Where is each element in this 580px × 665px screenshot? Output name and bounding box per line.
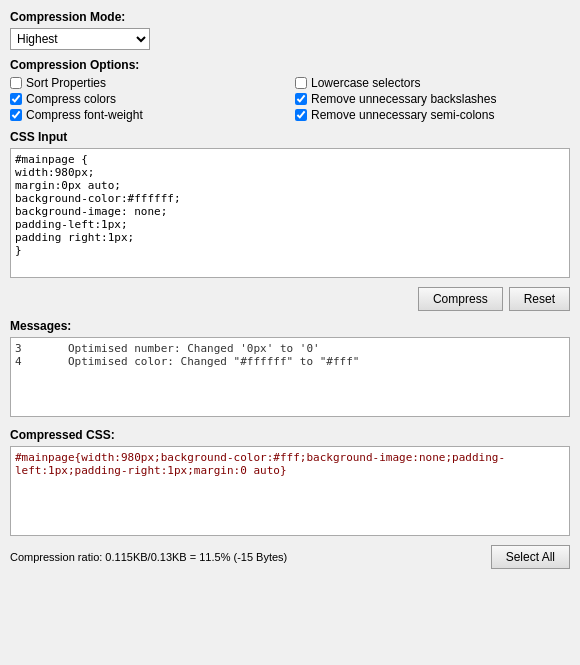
compressed-css-textarea[interactable]: #mainpage{width:980px;background-color:#… (10, 446, 570, 536)
sort-properties-item[interactable]: Sort Properties (10, 76, 285, 90)
compressed-css-label: Compressed CSS: (10, 428, 570, 442)
compression-mode-section: Compression Mode: Lowest Low Normal High… (10, 10, 570, 50)
compress-font-weight-label: Compress font-weight (26, 108, 143, 122)
select-all-button[interactable]: Select All (491, 545, 570, 569)
sort-properties-label: Sort Properties (26, 76, 106, 90)
compressed-css-section: Compressed CSS: #mainpage{width:980px;ba… (10, 428, 570, 539)
compress-font-weight-checkbox[interactable] (10, 109, 22, 121)
compression-mode-label: Compression Mode: (10, 10, 570, 24)
css-input-label: CSS Input (10, 130, 570, 144)
remove-semicolons-checkbox[interactable] (295, 109, 307, 121)
remove-backslashes-label: Remove unnecessary backslashes (311, 92, 496, 106)
remove-backslashes-item[interactable]: Remove unnecessary backslashes (295, 92, 570, 106)
remove-semicolons-item[interactable]: Remove unnecessary semi-colons (295, 108, 570, 122)
compress-colors-item[interactable]: Compress colors (10, 92, 285, 106)
footer-row: Compression ratio: 0.115KB/0.13KB = 11.5… (10, 545, 570, 569)
compress-colors-label: Compress colors (26, 92, 116, 106)
action-buttons: Compress Reset (10, 287, 570, 311)
compression-options-section: Compression Options: Sort Properties Low… (10, 58, 570, 122)
remove-semicolons-label: Remove unnecessary semi-colons (311, 108, 494, 122)
reset-button[interactable]: Reset (509, 287, 570, 311)
compression-options-label: Compression Options: (10, 58, 570, 72)
sort-properties-checkbox[interactable] (10, 77, 22, 89)
compression-ratio-text: Compression ratio: 0.115KB/0.13KB = 11.5… (10, 551, 287, 563)
css-input-textarea[interactable]: #mainpage { width:980px; margin:0px auto… (10, 148, 570, 278)
compress-font-weight-item[interactable]: Compress font-weight (10, 108, 285, 122)
compression-mode-select[interactable]: Lowest Low Normal High Highest (10, 28, 150, 50)
css-input-section: CSS Input #mainpage { width:980px; margi… (10, 130, 570, 281)
lowercase-selectors-item[interactable]: Lowercase selectors (295, 76, 570, 90)
compress-colors-checkbox[interactable] (10, 93, 22, 105)
compress-button[interactable]: Compress (418, 287, 503, 311)
remove-backslashes-checkbox[interactable] (295, 93, 307, 105)
lowercase-selectors-checkbox[interactable] (295, 77, 307, 89)
lowercase-selectors-label: Lowercase selectors (311, 76, 420, 90)
options-grid: Sort Properties Lowercase selectors Comp… (10, 76, 570, 122)
messages-section: Messages: 3 Optimised number: Changed '0… (10, 319, 570, 420)
messages-textarea[interactable]: 3 Optimised number: Changed '0px' to '0'… (10, 337, 570, 417)
messages-label: Messages: (10, 319, 570, 333)
main-panel: Compression Mode: Lowest Low Normal High… (10, 10, 570, 569)
